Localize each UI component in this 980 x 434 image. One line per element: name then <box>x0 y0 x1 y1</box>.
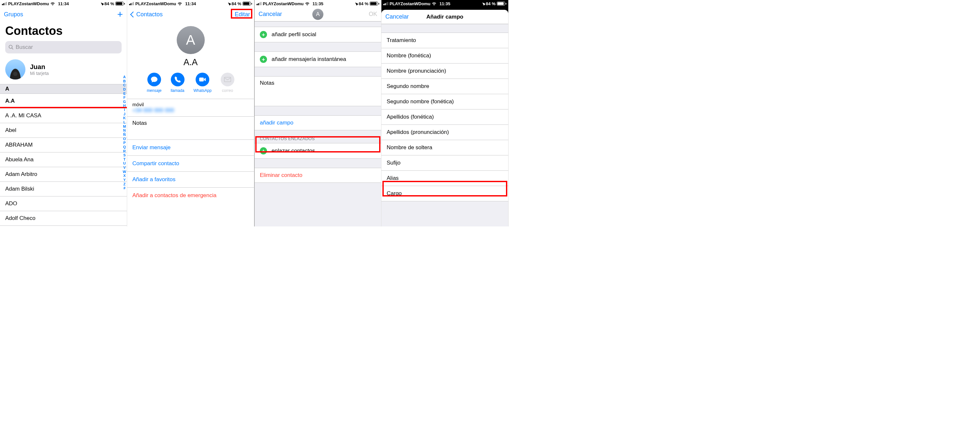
contact-name: A.A <box>127 57 254 67</box>
notes-row[interactable]: Notas <box>127 116 254 140</box>
status-bar: PLAYZostanWDomu 11:34 84 % <box>127 0 254 7</box>
highlight-line <box>0 107 127 108</box>
contact-row[interactable]: ADO <box>0 197 127 211</box>
notes-field[interactable]: Notas <box>255 76 381 106</box>
message-action[interactable]: mensaje <box>147 73 161 93</box>
add-social-row[interactable]: +añadir perfil social <box>255 27 381 42</box>
navbar: Grupos + <box>0 7 127 22</box>
location-icon <box>355 2 358 6</box>
send-message-link[interactable]: Enviar mensaje <box>127 140 254 156</box>
carrier-label: PLAYZostanWDomu <box>135 1 176 6</box>
share-contact-link[interactable]: Compartir contacto <box>127 156 254 172</box>
clock: 11:35 <box>312 1 323 6</box>
screen-add-field: PLAYZostanWDomu 11:35 84 % Cancelar Añad… <box>382 0 509 226</box>
add-contact-button[interactable]: + <box>117 10 123 19</box>
signal-icon <box>256 2 261 5</box>
add-field-row[interactable]: añadir campo <box>255 116 381 130</box>
delete-contact-row[interactable]: Eliminar contacto <box>255 168 381 183</box>
ok-button: OK <box>369 11 377 17</box>
my-card[interactable]: Juan Mi tarjeta <box>0 58 127 84</box>
status-bar: PLAYZostanWDomu 11:35 84 % <box>255 0 381 7</box>
cancel-button[interactable]: Cancelar <box>259 11 282 17</box>
contact-row[interactable]: Adam Arbitro <box>0 167 127 182</box>
message-icon <box>147 73 161 86</box>
battery-pct: 84 % <box>104 1 114 6</box>
field-option[interactable]: Nombre de soltera <box>382 140 508 156</box>
contact-avatar: A <box>177 26 205 54</box>
battery-icon <box>243 2 252 6</box>
svg-rect-3 <box>224 77 231 82</box>
whatsapp-action[interactable]: WhatsApp <box>194 73 212 93</box>
search-icon <box>8 45 14 50</box>
contact-row[interactable]: Abuela Ana <box>0 153 127 167</box>
navbar: Cancelar Añadir campo <box>382 10 508 24</box>
status-bar: PLAYZostanWDomu 11:35 84 % <box>382 0 508 7</box>
wifi-icon <box>305 2 310 6</box>
cancel-button[interactable]: Cancelar <box>385 13 409 20</box>
svg-line-1 <box>12 48 13 49</box>
field-option[interactable]: Apellidos (fonética) <box>382 110 508 125</box>
phone-value: +34 000 000 000 <box>132 107 249 114</box>
clock: 11:34 <box>185 1 196 6</box>
navbar: Cancelar A OK <box>255 7 381 22</box>
contact-avatar-small: A <box>312 9 323 20</box>
phone-row[interactable]: móvil +34 000 000 000 <box>127 99 254 116</box>
avatar <box>5 59 25 79</box>
groups-button[interactable]: Grupos <box>4 11 23 18</box>
highlight-box <box>255 136 380 153</box>
wifi-icon <box>432 2 436 6</box>
page-title: Contactos <box>0 22 127 41</box>
field-option[interactable]: Segundo nombre (fonética) <box>382 94 508 110</box>
my-name: Juan <box>30 63 49 71</box>
call-action[interactable]: llamada <box>170 73 184 93</box>
mail-icon <box>221 73 234 86</box>
battery-icon <box>115 2 125 6</box>
signal-icon <box>383 2 388 5</box>
carrier-label: PLAYZostanWDomu <box>8 1 49 6</box>
contact-row[interactable]: A.A <box>0 94 127 108</box>
field-option[interactable]: Sufijo <box>382 156 508 171</box>
highlight-box <box>382 181 507 197</box>
add-emergency-link[interactable]: Añadir a contactos de emergencia <box>127 188 254 203</box>
sheet-title: Añadir campo <box>426 14 463 20</box>
contact-row[interactable]: Adolf Checo <box>0 211 127 226</box>
search-placeholder: Buscar <box>16 44 33 51</box>
screen-contacts-list: PLAYZostanWDomu 11:34 84 % Grupos + Cont… <box>0 0 127 226</box>
battery-pct: 84 % <box>359 1 368 6</box>
video-icon <box>196 73 209 86</box>
location-icon <box>227 2 231 6</box>
screen-contact-detail: PLAYZostanWDomu 11:34 84 % Contactos Edi… <box>127 0 254 226</box>
signal-icon <box>2 2 7 5</box>
contact-row[interactable]: Adam Bilski <box>0 182 127 197</box>
field-option[interactable]: Nombre (fonética) <box>382 48 508 64</box>
contact-row[interactable]: A .A. MI CASA <box>0 108 127 123</box>
clock: 11:34 <box>58 1 69 6</box>
field-option[interactable]: Segundo nombre <box>382 79 508 94</box>
field-option[interactable]: Apellidos (pronunciación) <box>382 125 508 140</box>
location-icon <box>482 2 485 6</box>
add-im-row[interactable]: +añadir mensajería instantánea <box>255 52 381 67</box>
clock: 11:35 <box>439 1 450 6</box>
status-bar: PLAYZostanWDomu 11:34 84 % <box>0 0 127 7</box>
search-input[interactable]: Buscar <box>5 41 122 53</box>
battery-pct: 84 % <box>231 1 241 6</box>
field-option[interactable]: Nombre (pronunciación) <box>382 64 508 79</box>
phone-label: móvil <box>132 102 249 107</box>
field-option[interactable]: Tratamiento <box>382 33 508 48</box>
plus-icon: + <box>260 56 267 63</box>
contact-row[interactable]: ABRAHAM <box>0 138 127 153</box>
phone-icon <box>171 73 185 86</box>
battery-icon <box>370 2 379 6</box>
index-rail[interactable]: ABCDEFGHIJKLMNÑOPQRSTUVWXYZ# <box>123 75 126 190</box>
contact-row[interactable]: Abel <box>0 123 127 138</box>
plus-icon: + <box>260 31 267 38</box>
back-button[interactable]: Contactos <box>131 11 163 18</box>
highlight-box <box>231 9 252 19</box>
battery-icon <box>497 2 506 6</box>
screen-contact-edit: PLAYZostanWDomu 11:35 84 % Cancelar A OK… <box>254 0 382 226</box>
section-header: A <box>0 84 127 94</box>
my-card-subtitle: Mi tarjeta <box>30 71 49 76</box>
wifi-icon <box>177 2 182 6</box>
add-favorite-link[interactable]: Añadir a favoritos <box>127 172 254 188</box>
svg-rect-2 <box>199 78 204 81</box>
